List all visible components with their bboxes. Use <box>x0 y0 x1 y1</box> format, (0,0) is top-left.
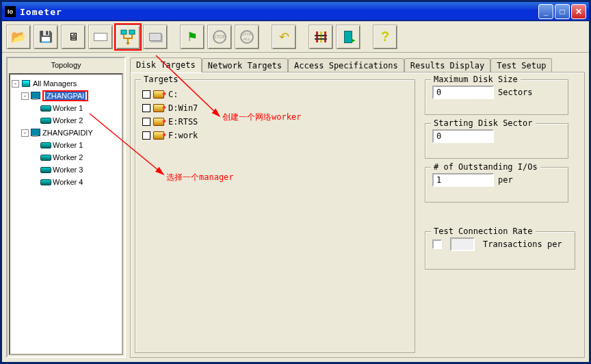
max-disk-unit: Sectors <box>498 88 533 97</box>
save-icon: 💾 <box>39 30 53 43</box>
targets-legend: Targets <box>141 75 181 84</box>
tree-root[interactable]: - All Managers <box>12 77 120 90</box>
max-disk-legend: Maximum Disk Size <box>431 75 521 84</box>
tab-test-setup[interactable]: Test Setup <box>490 58 552 73</box>
stop-icon: STOP <box>213 30 226 44</box>
max-disk-input[interactable]: 0 <box>432 86 494 99</box>
worker-label: Worker 4 <box>53 178 83 186</box>
tab-body: Targets C: D:Win7 <box>130 72 585 358</box>
main-panel: Disk Targets Network Targets Access Spec… <box>130 57 585 358</box>
svg-rect-1 <box>129 30 135 34</box>
computer-icon <box>30 91 41 101</box>
target-checkbox[interactable] <box>142 104 150 112</box>
disk-icon <box>40 177 51 187</box>
tree-manager[interactable]: - ZHANGPAIDIY <box>12 127 120 139</box>
door-icon: ▸ <box>344 31 352 43</box>
drive-icon <box>153 131 164 140</box>
root-label: All Managers <box>33 79 77 88</box>
tree-worker[interactable]: Worker 1 <box>12 102 120 114</box>
target-row[interactable]: C: <box>142 88 415 101</box>
stop-all-button[interactable]: STOPALL <box>235 25 259 49</box>
conn-rate-checkbox[interactable] <box>432 239 442 249</box>
stop-all-icon: STOPALL <box>240 30 254 44</box>
svg-rect-4 <box>324 31 326 42</box>
conn-rate-group: Test Connection Rate Transactions per <box>425 231 575 270</box>
outstanding-unit: per <box>498 175 513 185</box>
window-title: Iometer <box>20 7 538 17</box>
drive-label: E:RTSS <box>168 117 198 127</box>
conn-rate-legend: Test Connection Rate <box>431 226 536 236</box>
drive-label: C: <box>168 90 178 99</box>
flag-icon: ⚑ <box>187 29 198 44</box>
content-area: Topology - All Managers - ZHANGPAI <box>2 53 589 362</box>
drive-label: D:Win7 <box>168 103 198 113</box>
target-row[interactable]: E:RTSS <box>142 116 415 128</box>
target-checkbox[interactable] <box>142 90 150 99</box>
collapse-icon[interactable]: - <box>12 80 19 88</box>
duplicate-icon <box>149 33 161 41</box>
disk-icon <box>40 153 51 162</box>
start-sector-input[interactable]: 0 <box>432 129 494 143</box>
spec-icon <box>313 29 328 44</box>
reset-button[interactable]: ↶ <box>272 25 296 49</box>
topology-tree[interactable]: - All Managers - ZHANGPAI Worker 1 <box>9 73 123 355</box>
tab-access-specifications[interactable]: Access Specifications <box>288 58 404 73</box>
collapse-icon[interactable]: - <box>21 129 29 137</box>
computer-icon: 🖥 <box>68 31 79 43</box>
stop-button[interactable]: STOP <box>207 25 232 49</box>
tree-worker[interactable]: Worker 3 <box>12 164 120 176</box>
start-button[interactable]: ⚑ <box>180 25 205 49</box>
tree-manager[interactable]: - ZHANGPAI <box>12 90 120 102</box>
app-icon: Io <box>5 6 16 17</box>
exit-button[interactable]: ▸ <box>336 25 360 49</box>
target-row[interactable]: D:Win7 <box>142 102 415 114</box>
collapse-icon[interactable]: - <box>21 92 29 100</box>
outstanding-legend: # of Outstanding I/Os <box>431 162 540 172</box>
worker-label: Worker 2 <box>53 153 83 161</box>
new-network-worker-button[interactable] <box>116 25 140 49</box>
svg-rect-2 <box>316 31 318 42</box>
target-checkbox[interactable] <box>142 131 150 140</box>
tree-worker[interactable]: Worker 2 <box>12 114 120 127</box>
help-icon: ? <box>381 29 389 44</box>
targets-group: Targets C: D:Win7 <box>135 79 415 353</box>
tree-worker[interactable]: Worker 4 <box>12 176 120 188</box>
svg-rect-5 <box>315 35 327 36</box>
drive-icon <box>153 104 164 112</box>
disk-icon <box>94 33 107 41</box>
target-checkbox[interactable] <box>142 118 150 126</box>
spec-button[interactable] <box>308 25 333 49</box>
target-row[interactable]: F:work <box>142 129 415 142</box>
new-manager-button[interactable]: 🖥 <box>61 25 86 49</box>
start-sector-group: Starting Disk Sector 0 <box>425 123 568 159</box>
drive-icon <box>153 118 164 126</box>
new-disk-worker-button[interactable] <box>88 25 113 49</box>
network-worker-icon <box>120 29 136 45</box>
worker-label: Worker 3 <box>53 166 83 174</box>
drive-icon <box>153 90 164 99</box>
conn-rate-spinner[interactable] <box>450 237 475 251</box>
disk-icon <box>40 165 51 174</box>
tree-worker[interactable]: Worker 2 <box>12 151 120 164</box>
max-disk-group: Maximum Disk Size 0 Sectors <box>425 79 568 115</box>
svg-rect-0 <box>121 30 127 34</box>
maximize-button[interactable]: □ <box>555 4 570 19</box>
outstanding-input[interactable]: 1 <box>432 173 494 187</box>
help-button[interactable]: ? <box>373 25 397 49</box>
tab-disk-targets[interactable]: Disk Targets <box>130 57 202 73</box>
tree-worker[interactable]: Worker 1 <box>12 139 120 151</box>
app-window: Io Iometer _ □ ✕ 📂 💾 🖥 ⚑ STOP STOPALL ↶ <box>0 0 591 364</box>
conn-rate-unit: Transactions per <box>483 239 562 249</box>
manager-label: ZHANGPAI <box>45 92 86 100</box>
tab-results-display[interactable]: Results Display <box>404 58 490 73</box>
titlebar: Io Iometer _ □ ✕ <box>2 2 589 21</box>
save-button[interactable]: 💾 <box>34 25 58 49</box>
open-button[interactable]: 📂 <box>6 25 31 49</box>
computer-icon <box>30 128 41 138</box>
toolbar: 📂 💾 🖥 ⚑ STOP STOPALL ↶ <box>2 21 589 53</box>
start-sector-legend: Starting Disk Sector <box>431 118 536 128</box>
minimize-button[interactable]: _ <box>538 4 553 19</box>
close-button[interactable]: ✕ <box>571 4 586 19</box>
duplicate-worker-button[interactable] <box>143 25 168 49</box>
tab-network-targets[interactable]: Network Targets <box>202 58 288 73</box>
